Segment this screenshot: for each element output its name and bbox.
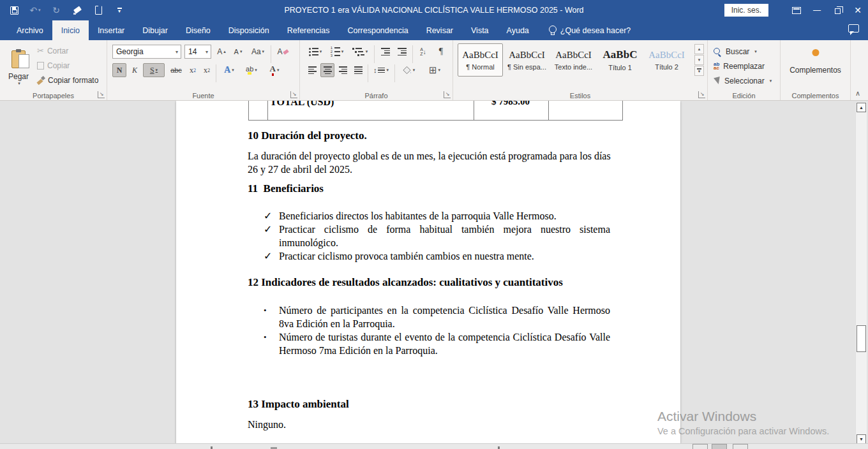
align-left-button[interactable] [305,63,319,77]
style-normal[interactable]: AaBbCcI ¶ Normal [458,43,503,77]
tab-insertar[interactable]: Insertar [89,20,133,40]
borders-button[interactable]: ⊞▾ [423,63,447,77]
heading-10-duracion[interactable]: 10 Duración del proyecto. [248,129,367,142]
tab-vista[interactable]: Vista [462,20,498,40]
scroll-up-icon[interactable]: ▲ [857,103,866,112]
parrafo-dialog-launcher-icon[interactable]: ↘ [444,91,451,98]
sort-button[interactable]: AZ ↓ [415,45,431,59]
table-cell-total-label[interactable]: TOTAL (USD) [267,101,474,120]
tab-dibujar[interactable]: Dibujar [133,20,177,40]
customize-quick-access-icon[interactable]: ▾ [114,4,125,16]
read-mode-view-button[interactable] [692,444,708,449]
align-right-button[interactable] [336,63,350,77]
ribbon-display-options-icon[interactable] [786,0,807,20]
scroll-down-icon[interactable]: ▼ [857,434,866,444]
budget-table-row[interactable]: TOTAL (USD) $ 7985.00 [248,101,623,121]
minimize-button[interactable]: — [807,0,827,20]
comments-icon[interactable] [848,24,859,33]
close-button[interactable]: ✕ [848,0,868,20]
heading-11-beneficiarios[interactable]: 11 Beneficiarios [248,182,324,195]
portapapeles-dialog-launcher-icon[interactable]: ↘ [98,91,105,98]
check-item[interactable]: ✓ Practicar ciclismo de forma habitual t… [264,223,610,249]
vertical-scrollbar[interactable]: ▲ ▼ [855,102,867,445]
tab-inicio[interactable]: Inicio [52,20,89,40]
copy-button[interactable]: Copiar [37,59,103,72]
paragraph-duracion[interactable]: La duración del proyecto global es de un… [248,149,613,176]
tab-diseno[interactable]: Diseño [177,20,220,40]
text-effects-button[interactable]: A▾ [220,63,239,77]
grow-font-button[interactable]: A▴ [214,45,229,59]
shrink-font-button[interactable]: A▾ [230,45,246,59]
heading-12-indicadores[interactable]: 12 Indicadores de resultados alcanzados:… [248,276,563,289]
redo-icon[interactable]: ↻ [50,4,62,16]
fuente-dialog-launcher-icon[interactable]: ↘ [290,91,297,98]
bullet-item[interactable]: • Número de participantes en la competen… [264,304,610,330]
format-painter-button[interactable]: Copiar formato [37,73,103,87]
paragraph-ninguno[interactable]: Ninguno. [248,418,613,431]
sign-in-button[interactable]: Inic. ses. [724,4,768,17]
find-button[interactable]: Buscar▾ [714,45,757,59]
styles-gallery-more-icon[interactable]: ▼ [694,66,704,76]
clear-formatting-button[interactable]: A [274,45,291,59]
show-marks-button[interactable]: ¶ [434,45,448,59]
text-highlight-button[interactable]: ab ▾ [241,63,262,77]
undo-icon[interactable]: ↶▾ [29,4,41,16]
table-cell-empty-left[interactable] [248,101,268,120]
tab-ayuda[interactable]: Ayuda [498,20,538,40]
align-center-button[interactable] [320,63,334,77]
bold-button[interactable]: N [112,63,126,77]
tab-revisar[interactable]: Revisar [417,20,462,40]
collapse-ribbon-icon[interactable]: ∧ [855,89,860,98]
italic-button[interactable]: K [128,63,141,77]
table-cell-empty-right[interactable] [548,101,623,120]
save-icon[interactable] [8,4,20,16]
scrollbar-thumb[interactable] [857,325,866,352]
document-page[interactable]: TOTAL (USD) $ 7985.00 10 Duración del pr… [176,101,680,443]
style-texto-independiente[interactable]: AaBbCcI Texto inde... [551,43,596,77]
tell-me-box[interactable]: ¿Qué desea hacer? [548,20,631,40]
print-layout-view-button[interactable] [712,444,727,449]
justify-button[interactable] [351,63,365,77]
bullet-list-button[interactable]: ▾ [305,45,326,59]
group-complementos[interactable]: Complementos Complementos [781,40,851,100]
heading-13-impacto[interactable]: 13 Impacto ambiental [248,398,349,411]
multilevel-list-button[interactable]: ▾ [349,45,371,59]
change-case-button[interactable]: Aa▾ [248,45,268,59]
check-item[interactable]: ✓ Practicar ciclismo provoca también cam… [264,249,610,263]
superscript-button[interactable]: x2 [200,63,213,77]
paste-button[interactable]: Pegar ▾ [4,43,33,91]
replace-button[interactable]: abac Reemplazar [714,59,765,73]
style-sin-espaciado[interactable]: AaBbCcI ¶ Sin espa... [504,43,550,77]
tab-archivo[interactable]: Archivo [8,20,52,40]
numbered-list-button[interactable]: 1 2 3 ▾ [327,45,347,59]
restore-button[interactable] [827,0,848,20]
cut-button[interactable]: ✂ Cortar [37,44,103,57]
estilos-dialog-launcher-icon[interactable]: ↘ [698,91,705,98]
tab-referencias[interactable]: Referencias [278,20,339,40]
underline-button[interactable]: S▾ [143,63,165,77]
font-color-button[interactable]: A ▾ [264,63,285,77]
tab-disposicion[interactable]: Disposición [220,20,278,40]
subscript-button[interactable]: x2 [186,63,199,77]
style-titulo-1[interactable]: AaBbC Título 1 [597,43,643,77]
beneficiarios-checklist[interactable]: ✓ Beneficiarios directos los habitantes … [264,209,610,263]
indicadores-bullet-list[interactable]: • Número de participantes en la competen… [264,304,610,357]
table-cell-total-value[interactable]: $ 7985.00 [474,101,549,120]
shading-button[interactable]: ▾ [397,63,420,77]
font-family-combo[interactable]: Georgia▾ [112,45,181,59]
decrease-indent-button[interactable] [378,45,393,59]
increase-indent-button[interactable] [394,45,410,59]
styles-scroll-down-icon[interactable]: ▼ [694,55,704,65]
strikethrough-button[interactable]: abc [167,63,185,77]
tab-correspondencia[interactable]: Correspondencia [338,20,417,40]
font-size-combo[interactable]: 14▾ [184,45,211,59]
new-document-icon[interactable] [93,4,104,16]
line-spacing-button[interactable]: ↕ ▾ [370,63,392,77]
web-layout-view-button[interactable] [733,444,748,449]
draw-touch-icon[interactable] [71,4,83,16]
bullet-item[interactable]: • Número de turistas durante el evento d… [264,330,610,357]
style-titulo-2[interactable]: AaBbCcI Título 2 [644,43,689,77]
check-item[interactable]: ✓ Beneficiarios directos los habitantes … [264,209,610,223]
select-button[interactable]: Seleccionar▾ [714,74,772,88]
styles-scroll-up-icon[interactable]: ▲ [694,44,704,54]
